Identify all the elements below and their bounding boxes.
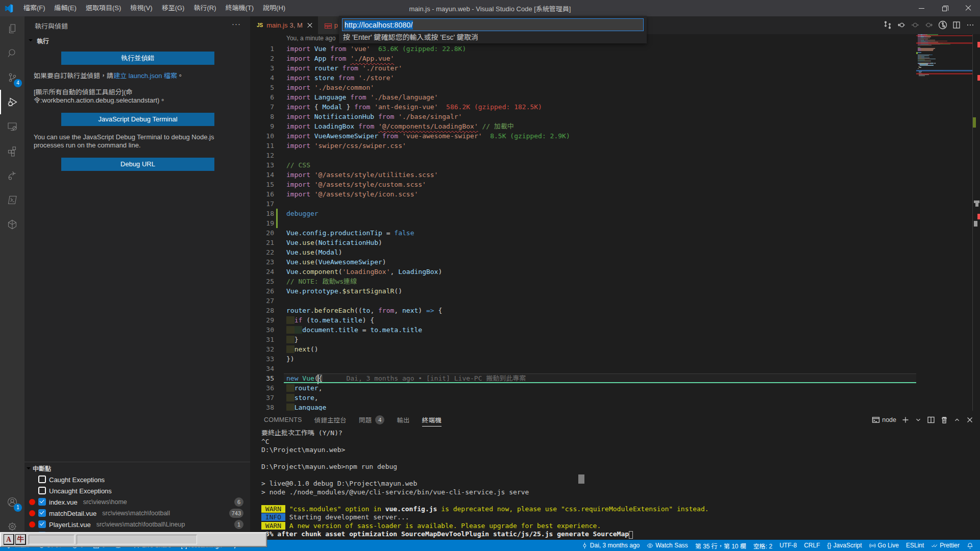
panel-tab-COMMENTS[interactable]: COMMENTS: [262, 411, 304, 429]
terminal-line-9: [261, 496, 980, 505]
minimize-button[interactable]: [910, 0, 933, 16]
launch-json-link[interactable]: 建立 launch.json 檔案: [113, 72, 177, 80]
code-line-14: 14import '@/assets/style/utilities.scss': [250, 170, 980, 180]
activity-explorer[interactable]: [0, 16, 24, 41]
activity-extensions[interactable]: [0, 139, 24, 163]
sidebar-more-actions-icon[interactable]: ···: [232, 19, 241, 28]
breakpoint-row[interactable]: matchDetail.vuesrc\views\match\football7…: [24, 508, 250, 519]
menu-4[interactable]: 移至(G): [157, 0, 189, 16]
kill-terminal-button[interactable]: [940, 416, 948, 424]
activity-packages[interactable]: [0, 212, 24, 237]
code-line-26: 26Vue.prototype.$startSignalR(): [250, 286, 980, 296]
breakpoints-section-header[interactable]: 中斷點: [24, 462, 250, 474]
prev-change-button[interactable]: [897, 20, 907, 31]
panel-tab-問題[interactable]: 問題4: [357, 411, 386, 429]
maximize-panel-button[interactable]: [953, 416, 961, 423]
tab-p[interactable]: npmp: [318, 16, 342, 34]
status-prettier[interactable]: Prettier: [927, 540, 963, 551]
run-section-header[interactable]: 執行: [24, 35, 250, 46]
menu-3[interactable]: 檢視(V): [126, 0, 157, 16]
terminal-line-5: D:\Project\mayun.web>npm run debug: [261, 463, 980, 471]
url-input[interactable]: http://localhost:8080/: [342, 18, 644, 31]
split-terminal-button[interactable]: [927, 416, 935, 424]
activity-search[interactable]: [0, 41, 24, 65]
minimize-icon: [919, 8, 924, 9]
tab-close-icon[interactable]: [306, 21, 314, 30]
next-change-button[interactable]: [924, 20, 935, 31]
minimap[interactable]: [916, 34, 972, 411]
gitlens-compare-button[interactable]: [883, 20, 893, 31]
status-label: CRLF: [804, 542, 820, 549]
menu-0[interactable]: 檔案(F): [19, 0, 50, 16]
breakpoint-row[interactable]: Caught Exceptions: [24, 474, 250, 485]
code-line-10: 10import VueAwesomeSwiper from 'vue-awes…: [250, 131, 980, 141]
debug-url-button[interactable]: Debug URL: [61, 158, 214, 171]
close-panel-button[interactable]: [966, 416, 974, 424]
status-javascript[interactable]: {}JavaScript: [824, 540, 866, 551]
breakpoint-row[interactable]: Uncaught Exceptions: [24, 485, 250, 496]
breakpoint-checkbox[interactable]: [38, 520, 46, 528]
activity-accounts[interactable]: 1: [0, 490, 24, 514]
status--35-10-[interactable]: 第 35 行，第 10 欄: [692, 540, 750, 551]
status-utf-8[interactable]: UTF-8: [776, 540, 800, 551]
code-line-38: 38 Language: [250, 403, 980, 411]
menu-5[interactable]: 執行(R): [189, 0, 220, 16]
terminal-output[interactable]: 要終止批次工作嗎 (Y/N)?^CD:\Project\mayun.web>D:…: [250, 429, 980, 539]
terminal-line-2: ^C: [261, 438, 980, 446]
gitlens-graph-button[interactable]: [938, 20, 948, 31]
terminal-line-3: D:\Project\mayun.web>: [261, 446, 980, 455]
menu-7[interactable]: 說明(H): [258, 0, 290, 16]
ime-language-bar: A 牛: [0, 532, 267, 547]
code-editor[interactable]: You, a minute ago 1import Vue from 'vue'…: [250, 34, 980, 411]
panel-tab-終端機[interactable]: 終端機: [420, 411, 444, 429]
status-watch-sass[interactable]: Watch Sass: [643, 540, 692, 551]
breakpoint-checkbox[interactable]: [38, 498, 46, 506]
close-button[interactable]: [957, 0, 980, 16]
panel-actions: node: [872, 411, 974, 429]
code-line-18: 18debugger: [250, 209, 980, 218]
js-debug-terminal-button[interactable]: JavaScript Debug Terminal: [61, 113, 214, 126]
restore-button[interactable]: [933, 0, 957, 16]
more-button[interactable]: [966, 20, 976, 31]
activity-source-control[interactable]: 4: [0, 65, 24, 90]
breakpoint-checkbox[interactable]: [38, 509, 46, 517]
breakpoint-row[interactable]: index.vuesrc\views\home6: [24, 496, 250, 508]
split-editor-button[interactable]: [952, 20, 962, 31]
code-line-37: 37 store,: [250, 393, 980, 403]
code-line-23: 23Vue.use(VueAwesomeSwiper): [250, 257, 980, 267]
activity-run-and-debug[interactable]: [0, 90, 24, 114]
status-bell[interactable]: [963, 540, 979, 551]
ime-mode-button[interactable]: 牛: [15, 534, 26, 545]
status--2[interactable]: 空格: 2: [750, 540, 776, 551]
terminal-line-8: > node ./node_modules/@vue/cli-service/b…: [261, 488, 980, 497]
run-and-debug-button[interactable]: 執行並偵錯: [61, 52, 214, 65]
new-terminal-button[interactable]: [901, 416, 910, 424]
panel-tab-輸出[interactable]: 輸出: [395, 411, 411, 429]
status-dai-3-months-ago[interactable]: Dai, 3 months ago: [578, 540, 643, 551]
code-line-4: 4import store from './store': [250, 73, 980, 83]
activity-live-share[interactable]: [0, 163, 24, 188]
tab-main.js[interactable]: JSmain.js3, M: [250, 16, 318, 34]
menu-1[interactable]: 編輯(E): [50, 0, 81, 16]
breakpoint-checkbox[interactable]: [38, 475, 46, 483]
status-eslint[interactable]: ESLint: [902, 540, 927, 551]
activity-powershell[interactable]: [0, 188, 24, 212]
status-go-live[interactable]: Go Live: [866, 540, 902, 551]
terminal-dropdown-chevron[interactable]: [915, 416, 922, 423]
ime-alphanumeric-button[interactable]: A: [4, 534, 14, 545]
status-crlf[interactable]: CRLF: [800, 540, 823, 551]
line-number: 14: [250, 170, 274, 180]
circle-button[interactable]: [911, 20, 921, 31]
menu-6[interactable]: 終端機(T): [220, 0, 258, 16]
code-line-27: 27: [250, 296, 980, 306]
terminal-select-dropdown[interactable]: node: [872, 416, 896, 424]
line-number: 10: [250, 131, 274, 141]
line-number: 24: [250, 267, 274, 277]
line-number: 5: [250, 83, 274, 92]
breakpoint-row[interactable]: PlayerList.vuesrc\views\match\football\L…: [24, 519, 250, 530]
panel-tab-偵錯主控台[interactable]: 偵錯主控台: [312, 411, 349, 429]
menu-2[interactable]: 選取項目(S): [81, 0, 126, 16]
breakpoint-checkbox[interactable]: [38, 487, 46, 494]
activity-remote-explorer[interactable]: [0, 114, 24, 139]
tab-problems-badge: 3, M: [289, 21, 302, 29]
